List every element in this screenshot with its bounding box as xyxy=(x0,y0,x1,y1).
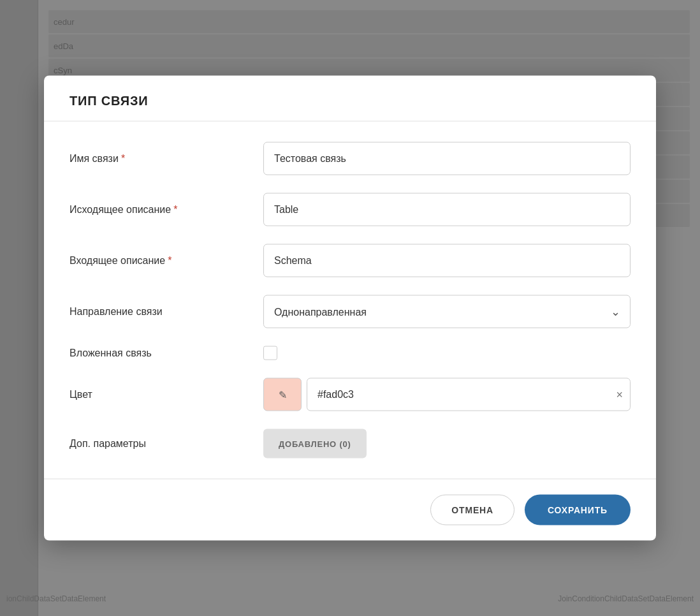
modal-dialog: ТИП СВЯЗИ Имя связи* Исходящее описание*… xyxy=(44,76,656,541)
name-input[interactable] xyxy=(263,142,631,175)
direction-select[interactable]: Однонаправленная Двунаправленная xyxy=(263,295,631,328)
cancel-button[interactable]: ОТМЕНА xyxy=(430,495,514,525)
added-params-button[interactable]: ДОБАВЛЕНО (0) xyxy=(263,429,367,458)
field-outgoing-row: Исходящее описание* xyxy=(69,193,631,226)
modal-title: ТИП СВЯЗИ xyxy=(69,94,631,108)
field-name-row: Имя связи* xyxy=(69,142,631,175)
color-clear-button[interactable]: × xyxy=(616,389,623,400)
modal-body: Имя связи* Исходящее описание* Входящее … xyxy=(44,122,656,479)
nested-checkbox-wrapper xyxy=(263,346,631,360)
edit-icon: ✎ xyxy=(279,388,287,400)
field-color-row: Цвет ✎ × xyxy=(69,378,631,411)
color-swatch-button[interactable]: ✎ xyxy=(263,378,302,411)
field-incoming-label: Входящее описание* xyxy=(69,255,248,267)
modal-footer: ОТМЕНА СОХРАНИТЬ xyxy=(44,479,656,541)
color-input[interactable] xyxy=(307,378,631,411)
field-name-label: Имя связи* xyxy=(69,153,248,165)
color-text-wrapper: × xyxy=(307,378,631,411)
field-extra-label: Доп. параметры xyxy=(69,438,248,450)
field-direction-label: Направление связи xyxy=(69,306,248,318)
modal-header: ТИП СВЯЗИ xyxy=(44,76,656,122)
field-color-label: Цвет xyxy=(69,389,248,400)
field-nested-label: Вложенная связь xyxy=(69,348,248,359)
extra-params-wrapper: ДОБАВЛЕНО (0) xyxy=(263,429,367,458)
field-outgoing-label: Исходящее описание* xyxy=(69,204,248,216)
save-button[interactable]: СОХРАНИТЬ xyxy=(525,495,631,525)
field-nested-row: Вложенная связь xyxy=(69,346,631,360)
outgoing-input[interactable] xyxy=(263,193,631,226)
field-incoming-row: Входящее описание* xyxy=(69,244,631,277)
field-direction-row: Направление связи Однонаправленная Двуна… xyxy=(69,295,631,328)
direction-select-wrapper: Однонаправленная Двунаправленная ⌄ xyxy=(263,295,631,328)
incoming-input[interactable] xyxy=(263,244,631,277)
field-extra-row: Доп. параметры ДОБАВЛЕНО (0) xyxy=(69,429,631,458)
nested-checkbox[interactable] xyxy=(263,346,277,360)
color-field-group: ✎ × xyxy=(263,378,631,411)
